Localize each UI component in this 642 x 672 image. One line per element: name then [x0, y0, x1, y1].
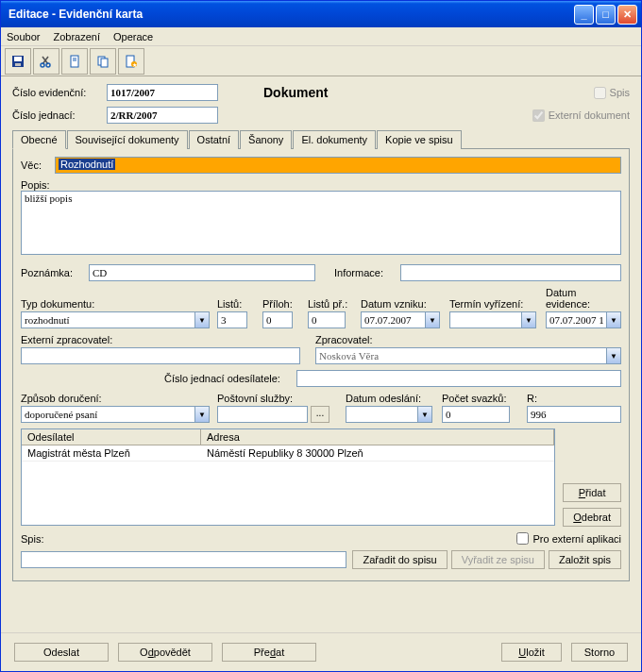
- content: Číslo evidenční: Dokument Spis Číslo jed…: [1, 76, 641, 632]
- cut-icon[interactable]: [33, 48, 59, 75]
- poznamka-input[interactable]: [89, 264, 315, 281]
- svg-text:★: ★: [132, 62, 137, 68]
- doc-icon[interactable]: [61, 48, 88, 75]
- tab-souvisejici[interactable]: Související dokumenty: [67, 130, 188, 149]
- svg-rect-2: [15, 63, 21, 66]
- listu-pr-input[interactable]: [308, 311, 346, 328]
- doc-new-icon[interactable]: ★: [118, 48, 144, 75]
- label-externi-zprac: Externí zpracovatel:: [21, 334, 308, 345]
- label-popis: Popis:: [21, 179, 50, 191]
- pro-externi-checkbox[interactable]: Pro externí aplikaci: [516, 532, 621, 545]
- odeslat-button[interactable]: Odeslat: [14, 643, 109, 662]
- ellipsis-button[interactable]: ...: [311, 406, 329, 423]
- label-zpracovatel: Zpracovatel:: [315, 334, 621, 345]
- tabs: Obecné Související dokumenty Ostatní Šan…: [12, 129, 630, 149]
- termin-vyrizeni-input[interactable]: [449, 311, 521, 328]
- chevron-down-icon[interactable]: ▼: [606, 311, 621, 328]
- menu-soubor[interactable]: Soubor: [7, 31, 40, 42]
- tab-body: Věc: Rozhodnutí Popis: bližší popis Pozn…: [12, 149, 630, 581]
- tab-obecne[interactable]: Obecné: [12, 130, 66, 149]
- ulozit-button[interactable]: Uložit: [501, 643, 562, 662]
- label-priloh: Příloh:: [262, 298, 300, 310]
- svg-rect-1: [14, 57, 22, 61]
- pocet-svazku-input[interactable]: [442, 406, 510, 423]
- menu-zobrazeni[interactable]: Zobrazení: [53, 31, 100, 42]
- svg-point-5: [41, 63, 44, 67]
- label-zpusob-doruceni: Způsob doručení:: [21, 393, 210, 404]
- col-odesilatel[interactable]: Odesílatel: [22, 429, 201, 445]
- externi-zprac-input[interactable]: [21, 347, 300, 364]
- chevron-down-icon[interactable]: ▼: [194, 406, 210, 423]
- save-icon[interactable]: [5, 48, 31, 75]
- postovni-sluzby-input[interactable]: [217, 406, 308, 423]
- zpusob-doruceni-input[interactable]: [21, 406, 194, 423]
- typ-dokumentu-input[interactable]: [21, 311, 194, 328]
- tab-ostatni[interactable]: Ostatní: [189, 130, 239, 149]
- tab-kopie[interactable]: Kopie ve spisu: [377, 130, 462, 149]
- label-termin-vyrizeni: Termín vyřízení:: [449, 298, 538, 310]
- maximize-button[interactable]: □: [596, 5, 616, 25]
- svg-rect-11: [101, 59, 108, 67]
- chevron-down-icon[interactable]: ▼: [521, 311, 536, 328]
- tab-el-dokumenty[interactable]: El. dokumenty: [293, 130, 376, 149]
- menu-operace[interactable]: Operace: [113, 31, 153, 42]
- chevron-down-icon[interactable]: ▼: [194, 311, 210, 328]
- menubar: Soubor Zobrazení Operace: [1, 27, 641, 46]
- label-cislo-jednaci: Číslo jednací:: [12, 109, 107, 121]
- cislo-evidencni-input[interactable]: [107, 84, 218, 101]
- zpracovatel-input: [315, 347, 606, 364]
- predat-button[interactable]: Předat: [222, 643, 316, 662]
- popis-textarea[interactable]: bližší popis: [21, 191, 621, 255]
- spis-input[interactable]: [21, 551, 346, 568]
- informace-input[interactable]: [400, 264, 621, 281]
- externi-dokument-checkbox[interactable]: Externí dokument: [532, 109, 630, 122]
- label-poznamka: Poznámka:: [21, 267, 89, 278]
- zaradit-button[interactable]: Zařadit do spisu: [352, 550, 447, 569]
- datum-vzniku-input[interactable]: [361, 311, 425, 328]
- label-r: R:: [527, 393, 621, 404]
- priloh-input[interactable]: [262, 311, 293, 328]
- label-cislo-jednaci-odes: Číslo jednací odesílatele:: [164, 373, 296, 384]
- chevron-down-icon[interactable]: ▼: [606, 347, 621, 364]
- minimize-button[interactable]: _: [574, 5, 594, 25]
- label-spis: Spis:: [21, 533, 55, 545]
- datum-evidence-input[interactable]: [546, 311, 606, 328]
- tab-sanony[interactable]: Šanony: [240, 130, 292, 149]
- table-row[interactable]: Magistrát města Plzeň Náměstí Republiky …: [22, 445, 554, 462]
- odebrat-button[interactable]: Odebrat: [563, 508, 621, 527]
- window-title: Editace - Evidenční karta: [8, 8, 574, 21]
- label-datum-odeslani: Datum odeslání:: [346, 393, 434, 404]
- zalozit-button[interactable]: Založit spis: [549, 550, 621, 569]
- spis-checkbox[interactable]: Spis: [594, 87, 630, 99]
- svg-point-6: [46, 63, 50, 67]
- titlebar: Editace - Evidenční karta _ □ ✕: [1, 1, 641, 27]
- chevron-down-icon[interactable]: ▼: [417, 406, 432, 423]
- label-typ-dokumentu: Typ dokumentu:: [21, 298, 210, 310]
- label-listu: Listů:: [217, 298, 255, 310]
- cislo-jednaci-input[interactable]: [107, 107, 218, 124]
- listu-input[interactable]: [217, 311, 247, 328]
- window: Editace - Evidenční karta _ □ ✕ Soubor Z…: [0, 0, 642, 672]
- label-pocet-svazku: Počet svazků:: [442, 393, 519, 404]
- bottom-buttons: Odeslat Odpovědět Předat Uložit Storno: [1, 632, 641, 671]
- copy-icon[interactable]: [90, 48, 116, 75]
- dokument-label: Dokument: [263, 85, 328, 100]
- chevron-down-icon[interactable]: ▼: [425, 311, 440, 328]
- pridat-button[interactable]: Přidat: [563, 483, 621, 502]
- col-adresa[interactable]: Adresa: [201, 429, 554, 445]
- label-listu-pr: Listů př.:: [308, 298, 353, 310]
- vyradit-button: Vyřadit ze spisu: [451, 550, 545, 569]
- label-postovni-sluzby: Poštovní služby:: [217, 393, 338, 404]
- datum-odeslani-input[interactable]: [346, 406, 417, 423]
- toolbar: ★: [1, 46, 641, 76]
- close-button[interactable]: ✕: [617, 5, 637, 25]
- r-input[interactable]: [527, 406, 621, 423]
- storno-button[interactable]: Storno: [571, 643, 628, 662]
- odpovedet-button[interactable]: Odpovědět: [118, 643, 212, 662]
- vec-input[interactable]: Rozhodnutí: [55, 157, 621, 174]
- sender-grid: Odesílatel Adresa Magistrát města Plzeň …: [21, 428, 555, 526]
- label-datum-evidence: Datum evidence:: [546, 287, 621, 310]
- label-datum-vzniku: Datum vzniku:: [361, 298, 442, 310]
- cislo-jednaci-odes-input[interactable]: [296, 370, 621, 387]
- svg-rect-7: [71, 56, 78, 67]
